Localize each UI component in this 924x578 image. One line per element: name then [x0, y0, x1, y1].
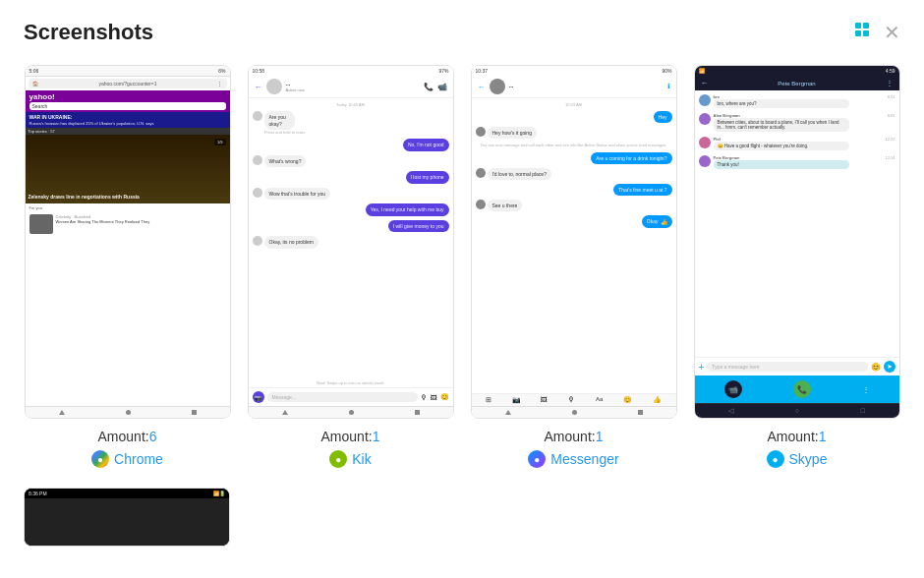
messenger-msg4: I'd love to, normal place? [488, 168, 551, 180]
chrome-article-title: Zelensky draws line in negotiations with… [29, 194, 140, 201]
kik-preview[interactable]: 10:58 97% ← ··· Active now 📞 📹 [248, 65, 454, 419]
screenshot-card-kik: 10:58 97% ← ··· Active now 📞 📹 [247, 65, 454, 468]
kik-msg5: Wow that's trouble for you [264, 188, 331, 201]
chrome-app-name: Chrome [114, 451, 163, 467]
messenger-info-icon: ℹ [667, 83, 670, 90]
bottom-preview-card: 8:36 PM 📶🔋 [24, 488, 230, 547]
kik-active: Active now [286, 87, 305, 92]
kik-sender-avatar4 [253, 236, 262, 246]
kik-msg4: I lost my phone [406, 171, 449, 184]
skype-msg-row-4: Pete Bergman 12:34 Thank you! [699, 155, 895, 169]
kik-msg1: Are you okay? [264, 111, 295, 130]
skype-sender1: bro [714, 94, 720, 99]
skype-more-icon[interactable]: ⋮ [862, 385, 870, 394]
messenger-gallery-icon: 🖼 [541, 396, 548, 404]
kik-actions: 📞 📹 [424, 83, 447, 91]
messenger-sender-avatar3 [476, 200, 486, 209]
skype-msg-row-3: Phil 12:22 😊 Have a good flight - whatev… [699, 137, 895, 150]
skype-time4: 12:34 [885, 155, 895, 160]
back-nav-icon [505, 410, 511, 415]
messenger-app-name: Messenger [550, 451, 618, 467]
messenger-avatar [490, 79, 505, 94]
svg-rect-2 [855, 30, 861, 36]
home-nav-icon: ○ [795, 407, 799, 415]
messenger-msg2: Hey how's it going [488, 127, 537, 139]
chrome-article-img [29, 214, 53, 234]
skype-phone-call-btn[interactable]: 📞 [793, 380, 811, 398]
kik-msg6: Yes, I need your help with me buy [366, 203, 449, 216]
kik-input[interactable]: Message... [267, 392, 418, 402]
screenshots-grid: 5:06 6% 🏠 yahoo.com/?guccounter=1 ⋮ yaho… [0, 55, 924, 488]
skype-app-icon: ● [767, 450, 784, 468]
kik-press-hold: Press and hold to react [264, 130, 306, 135]
messenger-app-icon: ● [528, 450, 546, 468]
skype-back-icon: ← [701, 79, 709, 87]
chrome-app-label: ● Chrome [91, 450, 163, 468]
home-nav-icon [349, 410, 354, 415]
kik-msg7: I will give money to you [388, 220, 449, 233]
chrome-preview[interactable]: 5:06 6% 🏠 yahoo.com/?guccounter=1 ⋮ yaho… [25, 65, 231, 419]
recent-nav-icon: □ [861, 407, 865, 415]
header-actions: ✕ [854, 21, 900, 44]
back-icon [59, 410, 65, 415]
close-icon[interactable]: ✕ [884, 21, 900, 44]
messenger-back-icon: ← [478, 83, 486, 91]
skype-time2: 8:02 [888, 113, 895, 118]
skype-bubble2: Between cities, about to board a plane, … [714, 118, 850, 132]
skype-avatar3 [699, 137, 711, 148]
skype-menu-icon: ⋮ [886, 79, 894, 87]
skype-video-call-btn[interactable]: 📹 [724, 380, 742, 398]
chrome-stories-count: 57 [50, 129, 54, 134]
skype-input[interactable]: Type a message here [707, 362, 867, 372]
kik-sender-avatar3 [253, 188, 262, 198]
messenger-date: 10:33 AM [476, 102, 672, 107]
chrome-article2: Women Are Sharing The Moment They Realiz… [56, 219, 150, 224]
skype-bubble1: bro, where are you? [714, 99, 850, 108]
messenger-time: 10:37 [476, 68, 489, 74]
back-nav-icon: ◁ [728, 407, 733, 415]
messenger-thumbsup-icon: 👍 [661, 218, 667, 225]
skype-status-icons: 📶 [699, 68, 705, 74]
kik-time: 10:58 [253, 68, 265, 74]
messenger-preview[interactable]: 10:37 90% ← ··· ℹ 10:33 AM Hey [471, 65, 677, 419]
chrome-for-you: For you [26, 203, 230, 212]
skype-time: 4:59 [886, 68, 895, 74]
messenger-text-label: Aa [596, 396, 603, 404]
skype-app-label: ● Skype [767, 450, 828, 468]
kik-app-label: ● Kik [329, 450, 371, 468]
screenshot-card-messenger: 10:37 90% ← ··· ℹ 10:33 AM Hey [470, 65, 677, 468]
messenger-app-label: ● Messenger [528, 450, 618, 468]
kik-amount: Amount:1 [321, 429, 380, 444]
kik-nav-bar [249, 406, 453, 418]
kik-back-icon: ← [255, 83, 262, 91]
chrome-amount: Amount:6 [98, 429, 157, 444]
kik-msg3: What's wrong? [264, 155, 307, 168]
skype-sender4: Pete Bergman [714, 155, 740, 160]
grid-icon[interactable] [854, 22, 872, 44]
skype-app-name: Skype [789, 451, 828, 467]
messenger-emoji-icon: 😊 [623, 396, 632, 404]
skype-msg-row-2: Alan Bergman 8:02 Between cities, about … [699, 113, 895, 132]
chrome-subheadline: Russia's Invasion has displaced 25% of U… [29, 121, 226, 126]
skype-add-icon[interactable]: + [699, 362, 705, 373]
skype-preview[interactable]: 📶 4:59 ← Pete Bergman ⋮ [694, 65, 900, 419]
chrome-app-icon: ● [91, 450, 109, 468]
kik-date: Today 10:45 AM [253, 102, 449, 107]
back-nav-icon [282, 410, 288, 415]
chrome-battery: 6% [218, 68, 225, 74]
skype-send-icon[interactable]: ➤ [884, 361, 895, 373]
chrome-pagination: 1/9 [214, 139, 226, 145]
skype-contact-name: Pete Bergman [713, 81, 882, 87]
messenger-msg5: That's fine meet u at 7 [613, 184, 671, 196]
bottom-time: 8:36 PM [29, 491, 47, 496]
chrome-top-stories: Top stories [29, 129, 47, 134]
recent-nav-icon [638, 410, 643, 415]
screenshot-card-chrome: 5:06 6% 🏠 yahoo.com/?guccounter=1 ⋮ yaho… [24, 65, 231, 468]
messenger-amount: Amount:1 [545, 429, 604, 444]
messenger-contact-name: ··· [509, 84, 664, 89]
messenger-sender-avatar [476, 127, 486, 137]
kik-video-icon: 📹 [437, 83, 447, 91]
messenger-camera-icon: 📷 [512, 396, 521, 404]
messenger-msg1: Hey [654, 111, 672, 123]
kik-camera-icon[interactable]: 📷 [253, 391, 264, 403]
